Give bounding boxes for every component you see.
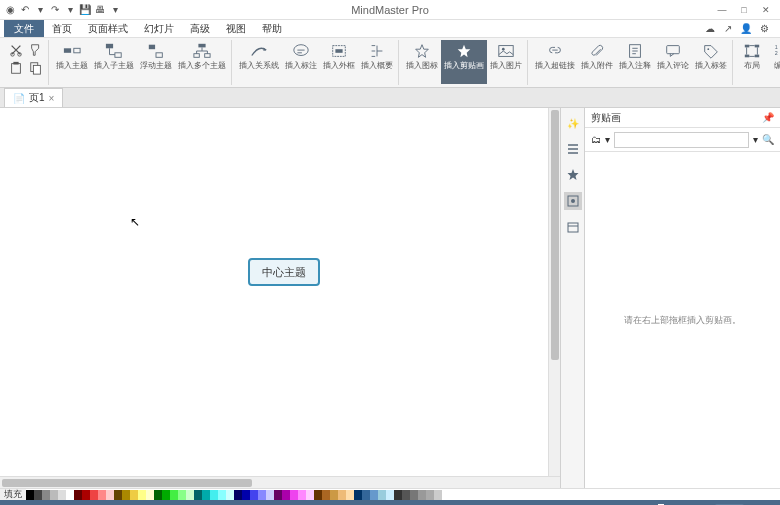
copy-icon[interactable] — [28, 60, 44, 76]
insert-clipart-button[interactable]: 插入剪贴画 — [441, 40, 487, 84]
color-swatch[interactable] — [298, 490, 306, 500]
insert-topic-button[interactable]: 插入主题 — [53, 40, 91, 84]
color-swatch[interactable] — [242, 490, 250, 500]
document-tab[interactable]: 📄 页1 × — [4, 88, 63, 107]
insert-summary-button[interactable]: 插入概要 — [358, 40, 396, 84]
undo-icon[interactable]: ↶ — [19, 4, 31, 16]
scroll-thumb-v[interactable] — [551, 110, 559, 360]
color-swatch[interactable] — [98, 490, 106, 500]
color-swatch[interactable] — [122, 490, 130, 500]
color-swatch[interactable] — [370, 490, 378, 500]
insert-callout-button[interactable]: 插入标注 — [282, 40, 320, 84]
color-swatch[interactable] — [66, 490, 74, 500]
maximize-button[interactable]: □ — [734, 2, 754, 18]
color-swatch[interactable] — [346, 490, 354, 500]
panel-dropdown-icon[interactable]: ▾ — [605, 134, 610, 145]
side-clipart-icon[interactable] — [564, 192, 582, 210]
color-swatch[interactable] — [386, 490, 394, 500]
color-swatch[interactable] — [394, 490, 402, 500]
insert-tag-button[interactable]: 插入标签 — [692, 40, 730, 84]
panel-clear-icon[interactable]: ▾ — [753, 134, 758, 145]
color-swatch[interactable] — [202, 490, 210, 500]
color-swatch[interactable] — [154, 490, 162, 500]
minimize-button[interactable]: — — [712, 2, 732, 18]
format-painter-icon[interactable] — [28, 42, 44, 58]
color-swatch[interactable] — [314, 490, 322, 500]
color-swatch[interactable] — [58, 490, 66, 500]
color-swatch[interactable] — [306, 490, 314, 500]
insert-image-button[interactable]: 插入图片 — [487, 40, 525, 84]
undo-dropdown-icon[interactable]: ▾ — [34, 4, 46, 16]
print-icon[interactable]: 🖶 — [94, 4, 106, 16]
color-swatch[interactable] — [226, 490, 234, 500]
menu-home[interactable]: 首页 — [44, 20, 80, 37]
insert-note-button[interactable]: 插入注释 — [616, 40, 654, 84]
color-swatch[interactable] — [74, 490, 82, 500]
color-swatch[interactable] — [178, 490, 186, 500]
color-swatch[interactable] — [130, 490, 138, 500]
color-swatch[interactable] — [362, 490, 370, 500]
insert-hyperlink-button[interactable]: 插入超链接 — [532, 40, 578, 84]
tab-close-icon[interactable]: × — [49, 93, 55, 104]
menu-view[interactable]: 视图 — [218, 20, 254, 37]
color-swatch[interactable] — [114, 490, 122, 500]
insert-icon-button[interactable]: 插入图标 — [403, 40, 441, 84]
color-swatch[interactable] — [282, 490, 290, 500]
insert-comment-button[interactable]: 插入评论 — [654, 40, 692, 84]
menu-slide[interactable]: 幻灯片 — [136, 20, 182, 37]
menu-pagestyle[interactable]: 页面样式 — [80, 20, 136, 37]
color-swatch[interactable] — [234, 490, 242, 500]
color-swatch[interactable] — [410, 490, 418, 500]
paste-icon[interactable] — [8, 60, 24, 76]
color-swatch[interactable] — [162, 490, 170, 500]
cloud-icon[interactable]: ☁ — [704, 23, 716, 35]
color-swatch[interactable] — [266, 490, 274, 500]
color-swatch[interactable] — [218, 490, 226, 500]
insert-attachment-button[interactable]: 插入附件 — [578, 40, 616, 84]
floating-topic-button[interactable]: 浮动主题 — [137, 40, 175, 84]
color-swatch[interactable] — [138, 490, 146, 500]
color-swatch[interactable] — [250, 490, 258, 500]
menu-help[interactable]: 帮助 — [254, 20, 290, 37]
color-swatch[interactable] — [194, 490, 202, 500]
color-swatch[interactable] — [274, 490, 282, 500]
color-swatch[interactable] — [354, 490, 362, 500]
redo-dropdown-icon[interactable]: ▾ — [64, 4, 76, 16]
scrollbar-horizontal[interactable] — [0, 476, 560, 488]
color-swatch[interactable] — [322, 490, 330, 500]
color-swatch[interactable] — [146, 490, 154, 500]
color-swatch[interactable] — [186, 490, 194, 500]
cut-icon[interactable] — [8, 42, 24, 58]
insert-subtopic-button[interactable]: 插入子主题 — [91, 40, 137, 84]
search-icon[interactable]: 🔍 — [762, 134, 774, 145]
menu-advanced[interactable]: 高级 — [182, 20, 218, 37]
color-swatch[interactable] — [90, 490, 98, 500]
color-swatch[interactable] — [330, 490, 338, 500]
color-swatch[interactable] — [42, 490, 50, 500]
panel-search-input[interactable] — [614, 132, 749, 148]
color-swatch[interactable] — [26, 490, 34, 500]
scrollbar-vertical[interactable] — [548, 108, 560, 476]
side-list-icon[interactable] — [564, 140, 582, 158]
share-icon[interactable]: ↗ — [722, 23, 734, 35]
numbering-button[interactable]: 12 编号 — [767, 40, 780, 84]
color-swatch[interactable] — [378, 490, 386, 500]
save-icon[interactable]: 💾 — [79, 4, 91, 16]
color-swatch[interactable] — [50, 490, 58, 500]
redo-icon[interactable]: ↷ — [49, 4, 61, 16]
color-swatch[interactable] — [258, 490, 266, 500]
qat-dropdown-icon[interactable]: ▾ — [109, 4, 121, 16]
insert-multi-topic-button[interactable]: 插入多个主题 — [175, 40, 229, 84]
color-swatch[interactable] — [402, 490, 410, 500]
side-wand-icon[interactable]: ✨ — [564, 114, 582, 132]
color-swatch[interactable] — [106, 490, 114, 500]
scroll-thumb-h[interactable] — [2, 479, 252, 487]
menu-file[interactable]: 文件 — [4, 20, 44, 37]
insert-boundary-button[interactable]: 插入外框 — [320, 40, 358, 84]
central-topic[interactable]: 中心主题 — [248, 258, 320, 286]
user-icon[interactable]: 👤 — [740, 23, 752, 35]
color-swatch[interactable] — [34, 490, 42, 500]
insert-relation-button[interactable]: 插入关系线 — [236, 40, 282, 84]
layout-button[interactable]: 布局 — [737, 40, 767, 84]
color-swatch[interactable] — [434, 490, 442, 500]
